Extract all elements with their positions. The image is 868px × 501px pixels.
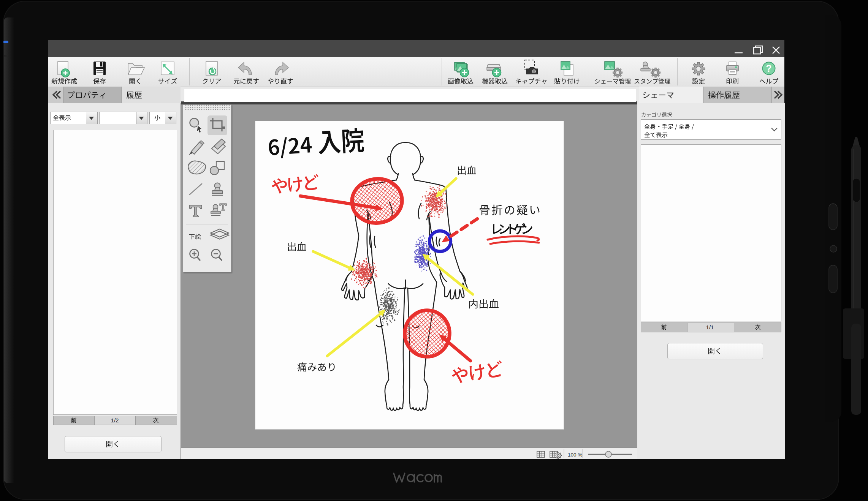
svg-text:1/1: 1/1 (706, 324, 714, 330)
svg-text:?: ? (766, 63, 771, 74)
svg-text:100 %: 100 % (568, 452, 582, 458)
svg-text:1/2: 1/2 (111, 417, 119, 424)
